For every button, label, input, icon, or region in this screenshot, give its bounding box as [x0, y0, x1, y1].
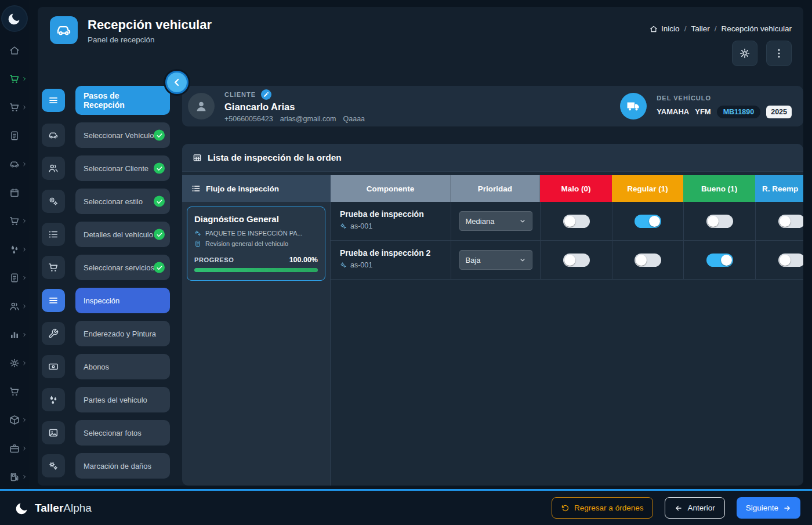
step-abonos[interactable]: Abonos: [75, 354, 170, 379]
check-icon: [154, 229, 165, 240]
toggle-bueno[interactable]: [706, 254, 733, 267]
list-icon: [42, 223, 65, 246]
rail-item-paint[interactable]: [0, 244, 29, 255]
toggle-malo[interactable]: [563, 254, 590, 267]
chevron-right-icon: [21, 161, 27, 167]
table-row-component: Prueba de inspección as-001: [331, 202, 451, 241]
rail-item-vehicles[interactable]: [0, 158, 29, 169]
toggle-reemplazo[interactable]: [778, 254, 804, 267]
step-label: Seleccionar Vehículo: [84, 131, 154, 140]
kebab-menu-icon: [773, 48, 785, 59]
step-marcacion-danos[interactable]: Marcación de daños: [75, 453, 170, 479]
rail-item-fuel[interactable]: [0, 471, 29, 482]
undo-icon: [561, 504, 570, 512]
toggle-regular[interactable]: [635, 215, 661, 228]
vehicle-model: YFM: [695, 107, 710, 116]
step-seleccionar-estilo[interactable]: Seleccionar estilo: [75, 189, 170, 214]
step-inspeccion[interactable]: Inspección: [75, 288, 170, 313]
breadcrumb: Inicio / Taller / Recepción vehicular: [650, 24, 792, 33]
reception-steps-panel: Pasos de Recepción Seleccionar Vehículo …: [42, 86, 170, 486]
previous-button[interactable]: Anterior: [665, 497, 724, 519]
column-header-malo: Malo (0): [540, 175, 612, 202]
rail-item-orders[interactable]: [0, 215, 29, 226]
component-code: as-001: [350, 222, 372, 230]
priority-cell: Mediana: [451, 202, 540, 241]
document-icon: [194, 240, 201, 247]
rail-item-reports[interactable]: [0, 272, 29, 283]
step-label: Abonos: [84, 363, 109, 371]
inspection-table[interactable]: Flujo de inspección Componente Prioridad…: [182, 172, 803, 486]
collapse-steps-button[interactable]: [165, 71, 188, 94]
rail-item-calendar[interactable]: [0, 187, 29, 198]
priority-select[interactable]: Baja: [459, 250, 532, 270]
flow-diagnostico-card[interactable]: Diagnóstico General PAQUETE DE INSPECCIÓ…: [187, 207, 325, 281]
step-label: Enderezado y Pintura: [84, 330, 156, 338]
breadcrumb-current: Recepción vehicular: [721, 24, 792, 33]
car-icon: [9, 159, 20, 169]
chevron-right-icon: [21, 446, 27, 451]
step-enderezado-pintura[interactable]: Enderezado y Pintura: [75, 321, 170, 346]
column-header-flow: Flujo de inspección: [182, 175, 331, 202]
rail-item-purchases[interactable]: [0, 102, 29, 113]
next-button[interactable]: Siguiente: [737, 497, 800, 519]
image-icon: [42, 421, 65, 444]
chevron-down-icon: [519, 218, 526, 225]
back-to-orders-button[interactable]: Regresar a órdenes: [552, 497, 653, 519]
chevron-right-icon: [21, 360, 27, 366]
gears-icon: [42, 454, 65, 477]
component-code: as-001: [350, 261, 372, 269]
rail-item-home[interactable]: [0, 45, 29, 56]
toggle-malo[interactable]: [563, 215, 590, 228]
step-label: Seleccionar servicios: [84, 263, 154, 272]
progress-value: 100.00%: [289, 256, 318, 264]
step-detalles-vehiculo[interactable]: Detalles del vehículo: [75, 222, 170, 247]
column-header-bueno: Bueno (1): [683, 175, 755, 202]
rail-item-documents[interactable]: [0, 130, 29, 141]
settings-button[interactable]: [732, 41, 757, 66]
breadcrumb-taller[interactable]: Taller: [691, 24, 709, 33]
page-subtitle: Panel de recepción: [88, 35, 212, 44]
step-label: Seleccionar estilo: [84, 197, 143, 206]
priority-select[interactable]: Mediana: [459, 211, 532, 231]
avatar: [188, 93, 215, 120]
rail-item-sales[interactable]: [0, 73, 29, 84]
steps-header-button[interactable]: Pasos de Recepción: [75, 86, 170, 115]
breadcrumb-home[interactable]: Inicio: [650, 24, 680, 33]
rail-item-settings[interactable]: [0, 357, 29, 368]
reemplazo-cell: [755, 241, 803, 280]
rail-item-stats[interactable]: [0, 329, 29, 340]
brand-logo-icon: [15, 501, 29, 515]
step-partes-vehiculo[interactable]: Partes del vehiculo: [75, 387, 170, 412]
rail-item-store[interactable]: [0, 386, 29, 397]
step-seleccionar-servicios[interactable]: Seleccionar servicios: [75, 255, 170, 280]
menu-icon: [42, 89, 65, 112]
chevron-right-icon: [21, 303, 27, 309]
client-name: Giancarlo Arias: [224, 102, 365, 113]
edit-client-button[interactable]: [261, 89, 271, 100]
check-icon: [154, 196, 165, 207]
step-seleccionar-cliente[interactable]: Seleccionar Cliente: [75, 155, 170, 181]
cart-icon: [9, 386, 20, 397]
rail-item-inventory[interactable]: [0, 414, 29, 425]
wrench-icon: [42, 322, 65, 345]
client-phone: +50660056423: [224, 115, 273, 123]
money-icon: [42, 355, 65, 378]
users-icon: [42, 157, 65, 180]
toggle-regular[interactable]: [635, 254, 661, 267]
step-seleccionar-fotos[interactable]: Seleccionar fotos: [75, 420, 170, 446]
rail-item-work[interactable]: [0, 443, 29, 454]
rail-item-clients[interactable]: [0, 300, 29, 312]
left-icon-rail: [0, 0, 29, 489]
briefcase-icon: [9, 443, 20, 454]
toggle-bueno[interactable]: [706, 215, 733, 228]
paint-drops-icon: [9, 244, 20, 255]
app-logo[interactable]: [2, 6, 27, 31]
truck-icon: [620, 93, 647, 120]
more-options-button[interactable]: [766, 41, 792, 66]
toggle-reemplazo[interactable]: [778, 215, 804, 228]
priority-value: Mediana: [466, 217, 495, 226]
gear-icon: [739, 48, 751, 59]
step-seleccionar-vehiculo[interactable]: Seleccionar Vehículo: [75, 122, 170, 148]
breadcrumb-separator: /: [715, 24, 717, 33]
progress-bar: [194, 268, 318, 272]
